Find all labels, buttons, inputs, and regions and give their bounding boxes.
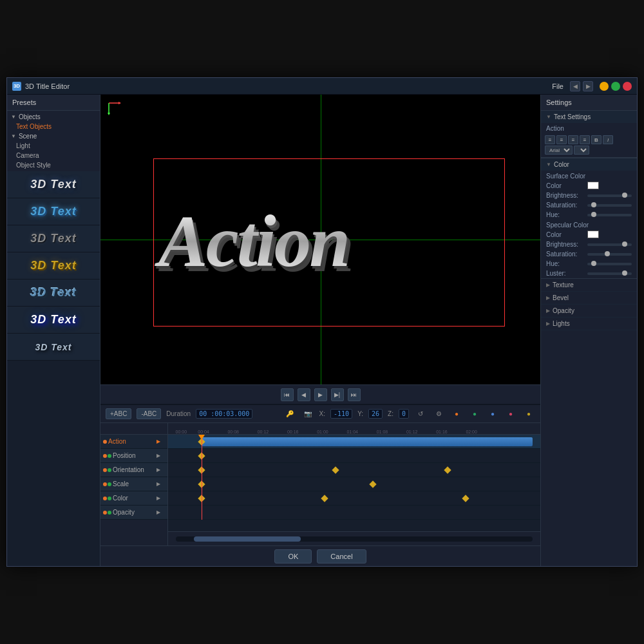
file-menu[interactable]: File [552,82,564,90]
y-value[interactable]: 26 [368,409,383,419]
viewport[interactable]: Action Action Action [100,95,540,384]
x-label: X: [319,410,325,417]
lights-label: Lights [553,320,570,327]
preset-item-4[interactable]: 3D Text [7,252,100,279]
bevel-section[interactable]: ▶ Bevel [541,292,637,305]
play-button[interactable]: ▶ [314,388,327,401]
specular-color-swatch[interactable] [587,231,599,238]
z-value[interactable]: 0 [399,409,409,419]
align-left-btn[interactable]: ≡ [545,135,555,144]
color-expand[interactable]: ▶ [152,492,165,505]
kf-color-2[interactable] [321,495,328,502]
preset-item-6[interactable]: 3D Text [7,307,100,334]
luster-slider[interactable] [587,272,632,275]
main-content: Presets ▼ Objects Text Objects ▼ Scene L… [7,95,637,566]
align-justify-btn[interactable]: ≡ [580,135,590,144]
kf-ori-2[interactable] [332,466,339,473]
remove-abc-button[interactable]: -ABC [137,408,161,419]
maximize-button[interactable] [611,82,620,91]
preset-item-5[interactable]: 3D Text [7,279,100,307]
align-center-btn[interactable]: ≡ [556,135,567,144]
saturation-thumb[interactable] [591,202,596,207]
color-icon4[interactable]: ● [504,408,517,421]
bold-btn[interactable]: B [591,135,601,144]
italic-btn[interactable]: I [603,135,613,144]
ruler-tick-1: 00:04 [198,430,209,434]
skip-back-button[interactable]: ⏮ [281,388,294,401]
loop-icon[interactable]: ↺ [414,408,427,421]
settings-icon[interactable]: ⚙ [432,408,445,421]
align-right-btn[interactable]: ≡ [568,135,578,144]
spec-hue-thumb[interactable] [591,261,596,266]
preset-item-3[interactable]: 3D Text [7,225,100,252]
cancel-button[interactable]: Cancel [317,549,366,564]
sidebar-item-camera[interactable]: Camera [7,151,100,160]
hue-thumb[interactable] [591,212,596,217]
text-settings-title[interactable]: ▼ Text Settings [541,111,637,123]
minimize-button[interactable] [600,82,609,91]
opacity-track-name: Opacity [113,509,151,516]
font-select[interactable]: Arial [545,146,573,155]
preset-list: 3D Text 3D Text 3D Text 3D Text 3D Text [7,171,100,566]
x-value[interactable]: -110 [330,409,352,419]
action-expand[interactable]: ▶ [152,435,165,448]
ori-expand[interactable]: ▶ [152,464,165,477]
preset-item-1[interactable]: 3D Text [7,171,100,198]
surface-color-swatch[interactable] [587,182,599,189]
lights-arrow: ▶ [546,321,550,327]
brightness-slider[interactable] [587,194,632,197]
preset-item-7[interactable]: 3D Text [7,334,100,361]
frame-back-button[interactable]: ◀ [298,388,310,401]
pos-expand[interactable]: ▶ [152,450,165,462]
color-icon5[interactable]: ● [522,408,535,421]
back-button[interactable]: ◀ [570,81,580,91]
kf-scale-2[interactable] [369,480,376,488]
ruler-tick-9: 01:16 [436,430,448,434]
kf-color-3[interactable] [462,495,469,502]
opacity-section[interactable]: ▶ Opacity [541,305,637,317]
color-icon1[interactable]: ● [450,408,463,421]
spec-brightness-slider[interactable] [587,243,632,246]
playhead[interactable] [202,435,202,520]
frame-forward-button[interactable]: ▶| [331,388,344,401]
camera-icon[interactable]: 📷 [301,408,314,421]
sidebar-item-objects[interactable]: ▼ Objects [7,112,100,122]
surface-color-header: Surface Color [541,171,637,180]
add-abc-button[interactable]: +ABC [106,408,131,419]
scrollbar-thumb[interactable] [194,536,301,542]
dot-opacity-green [108,511,111,515]
spec-saturation-thumb[interactable] [605,251,610,256]
spec-brightness-thumb[interactable] [622,242,627,247]
luster-thumb[interactable] [622,270,627,276]
ok-button[interactable]: OK [274,549,312,564]
skip-forward-button[interactable]: ⏭ [348,388,361,401]
dot-scale-green [108,482,111,486]
spec-hue-slider[interactable] [587,263,632,265]
scale-expand[interactable]: ▶ [152,478,165,491]
spec-saturation-slider[interactable] [587,253,632,256]
size-select[interactable]: 36 [574,146,589,155]
sidebar-item-object-style[interactable]: Object Style [7,160,100,170]
timeline-scrollbar[interactable] [176,536,533,542]
preset-item-2[interactable]: 3D Text [7,198,100,225]
sidebar-item-scene[interactable]: ▼ Scene [7,131,100,141]
texture-section[interactable]: ▶ Texture [541,279,637,292]
brightness-thumb[interactable] [622,193,627,198]
saturation-slider[interactable] [587,204,632,207]
duration-value[interactable]: 00 :00:03.000 [196,409,252,419]
sidebar-item-text-objects[interactable]: Text Objects [7,122,100,131]
hue-slider[interactable] [587,214,632,216]
forward-button[interactable]: ▶ [583,81,593,91]
keyframe-icon[interactable]: 🔑 [283,408,296,421]
color-icon3[interactable]: ● [486,408,499,421]
lights-section[interactable]: ▶ Lights [541,317,637,330]
sidebar-item-light[interactable]: Light [7,141,100,151]
color-section-title[interactable]: ▼ Color [541,158,637,171]
opacity-expand[interactable]: ▶ [152,506,165,519]
timeline-tracks[interactable]: 00:00 00:04 00:08 00:12 00:16 01:00 01:0… [168,423,540,545]
kf-ori-3[interactable] [444,466,451,473]
close-button[interactable] [623,82,632,91]
opacity-arrow: ▶ [546,308,550,314]
color-icon2[interactable]: ● [468,408,481,421]
track-header-action: Action ▶ [100,435,167,449]
